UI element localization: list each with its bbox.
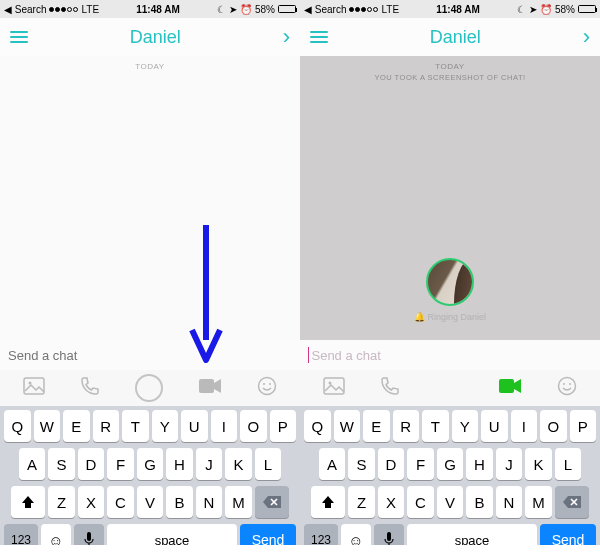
letter-key-i[interactable]: I xyxy=(511,410,538,442)
menu-button[interactable] xyxy=(10,31,28,43)
letter-key-f[interactable]: F xyxy=(107,448,134,480)
space-key[interactable]: space xyxy=(107,524,237,545)
signal-dots xyxy=(49,7,78,12)
letter-key-o[interactable]: O xyxy=(540,410,567,442)
battery-pct: 58% xyxy=(555,4,575,15)
shift-key[interactable] xyxy=(11,486,45,518)
mic-key[interactable] xyxy=(74,524,104,545)
screenshot-right: ◀ Search LTE 11:48 AM ☾ ➤ ⏰ 58% Daniel ›… xyxy=(300,0,600,545)
space-key[interactable]: space xyxy=(407,524,537,545)
letter-key-m[interactable]: M xyxy=(525,486,552,518)
letter-key-k[interactable]: K xyxy=(225,448,252,480)
letter-key-c[interactable]: C xyxy=(407,486,434,518)
phone-icon[interactable] xyxy=(80,376,100,400)
send-key[interactable]: Send xyxy=(240,524,296,545)
letter-key-q[interactable]: Q xyxy=(304,410,331,442)
chat-area: TODAY xyxy=(0,56,300,340)
letter-key-t[interactable]: T xyxy=(422,410,449,442)
chat-input-row[interactable] xyxy=(0,340,300,370)
letter-key-a[interactable]: A xyxy=(319,448,346,480)
letter-key-e[interactable]: E xyxy=(363,410,390,442)
letter-key-v[interactable]: V xyxy=(137,486,164,518)
sticker-icon[interactable] xyxy=(257,376,277,400)
chat-nav: Daniel › xyxy=(0,18,300,56)
back-to-app[interactable]: ◀ Search xyxy=(4,4,46,15)
gallery-icon[interactable] xyxy=(323,377,345,399)
letter-key-j[interactable]: J xyxy=(496,448,523,480)
gallery-icon[interactable] xyxy=(23,377,45,399)
letter-key-p[interactable]: P xyxy=(570,410,597,442)
letter-key-a[interactable]: A xyxy=(19,448,46,480)
letter-key-d[interactable]: D xyxy=(78,448,105,480)
send-key[interactable]: Send xyxy=(540,524,596,545)
letter-key-w[interactable]: W xyxy=(34,410,61,442)
letter-key-i[interactable]: I xyxy=(211,410,238,442)
letter-key-m[interactable]: M xyxy=(225,486,252,518)
letter-key-u[interactable]: U xyxy=(181,410,208,442)
letter-key-l[interactable]: L xyxy=(555,448,582,480)
letter-key-r[interactable]: R xyxy=(93,410,120,442)
battery-icon xyxy=(278,5,296,13)
letter-key-o[interactable]: O xyxy=(240,410,267,442)
letter-key-z[interactable]: Z xyxy=(48,486,75,518)
letter-key-r[interactable]: R xyxy=(393,410,420,442)
letter-key-q[interactable]: Q xyxy=(4,410,31,442)
status-right: ☾ ➤ ⏰ 58% xyxy=(217,4,296,15)
letter-key-y[interactable]: Y xyxy=(152,410,179,442)
key-row-2: ASDFGHJKL xyxy=(302,448,598,480)
chat-input-row[interactable] xyxy=(300,340,600,370)
back-to-app[interactable]: ◀ Search xyxy=(304,4,346,15)
letter-key-g[interactable]: G xyxy=(137,448,164,480)
letter-key-j[interactable]: J xyxy=(196,448,223,480)
svg-point-5 xyxy=(269,383,271,385)
capture-button[interactable] xyxy=(135,374,163,402)
sticker-icon[interactable] xyxy=(557,376,577,400)
letter-key-v[interactable]: V xyxy=(437,486,464,518)
chat-input[interactable] xyxy=(8,348,292,363)
emoji-key[interactable]: ☺ xyxy=(41,524,71,545)
chat-input[interactable] xyxy=(311,348,592,363)
svg-point-4 xyxy=(263,383,265,385)
backspace-key[interactable] xyxy=(555,486,589,518)
letter-key-s[interactable]: S xyxy=(348,448,375,480)
mic-key[interactable] xyxy=(374,524,404,545)
chat-forward-button[interactable]: › xyxy=(283,24,290,50)
location-icon: ➤ xyxy=(529,4,537,15)
letter-key-n[interactable]: N xyxy=(496,486,523,518)
letter-key-b[interactable]: B xyxy=(466,486,493,518)
letter-key-w[interactable]: W xyxy=(334,410,361,442)
letter-key-g[interactable]: G xyxy=(437,448,464,480)
letter-key-n[interactable]: N xyxy=(196,486,223,518)
letter-key-d[interactable]: D xyxy=(378,448,405,480)
key-row-1: QWERTYUIOP xyxy=(302,410,598,442)
letter-key-k[interactable]: K xyxy=(525,448,552,480)
letter-key-h[interactable]: H xyxy=(466,448,493,480)
backspace-key[interactable] xyxy=(255,486,289,518)
letter-key-e[interactable]: E xyxy=(63,410,90,442)
menu-button[interactable] xyxy=(310,31,328,43)
letter-key-s[interactable]: S xyxy=(48,448,75,480)
letter-key-u[interactable]: U xyxy=(481,410,508,442)
letter-key-x[interactable]: X xyxy=(378,486,405,518)
video-icon-active[interactable] xyxy=(498,378,522,398)
numbers-key[interactable]: 123 xyxy=(4,524,38,545)
letter-key-b[interactable]: B xyxy=(166,486,193,518)
letter-key-c[interactable]: C xyxy=(107,486,134,518)
location-icon: ➤ xyxy=(229,4,237,15)
letter-key-x[interactable]: X xyxy=(78,486,105,518)
shift-key[interactable] xyxy=(311,486,345,518)
letter-key-l[interactable]: L xyxy=(255,448,282,480)
emoji-key[interactable]: ☺ xyxy=(341,524,371,545)
letter-key-p[interactable]: P xyxy=(270,410,297,442)
letter-key-t[interactable]: T xyxy=(122,410,149,442)
video-icon[interactable] xyxy=(198,378,222,398)
letter-key-z[interactable]: Z xyxy=(348,486,375,518)
letter-key-f[interactable]: F xyxy=(407,448,434,480)
letter-key-y[interactable]: Y xyxy=(452,410,479,442)
chat-nav: Daniel › xyxy=(300,18,600,56)
numbers-key[interactable]: 123 xyxy=(304,524,338,545)
letter-key-h[interactable]: H xyxy=(166,448,193,480)
chat-forward-button[interactable]: › xyxy=(583,24,590,50)
phone-icon[interactable] xyxy=(380,376,400,400)
carrier-label: LTE xyxy=(381,4,399,15)
